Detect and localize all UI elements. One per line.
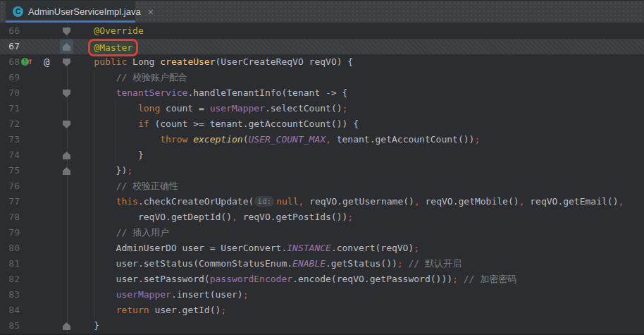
code-token: userMapper: [116, 289, 171, 300]
code-line[interactable]: 83 userMapper.insert(user);: [0, 287, 644, 303]
code-text[interactable]: public Long createUser(UserCreateReqVO r…: [72, 54, 353, 70]
fold-region-start-icon[interactable]: [63, 59, 70, 66]
code-line[interactable]: 77 this.checkCreateOrUpdate(id:null, req…: [0, 194, 644, 209]
code-token: ;: [414, 243, 419, 253]
code-text[interactable]: // 插入用户: [72, 225, 169, 240]
code-token: ;: [243, 289, 249, 300]
code-token: ;: [347, 212, 353, 222]
code-token: userMapper: [210, 103, 265, 114]
override-up-arrow-icon[interactable]: ↑: [27, 56, 33, 67]
code-line[interactable]: 79 // 插入用户: [0, 225, 644, 240]
code-token: reqVO.getUsername(): [304, 196, 414, 207]
editor-gutter: 75: [0, 163, 72, 178]
code-text[interactable]: });: [72, 163, 132, 178]
line-number: 75: [0, 163, 20, 178]
fold-region-end-icon[interactable]: [63, 322, 70, 330]
code-token: INSTANCE: [287, 243, 331, 253]
code-text[interactable]: // 校验正确性: [72, 178, 178, 194]
java-class-icon: C: [13, 6, 23, 17]
editor-gutter: 74: [0, 147, 72, 163]
code-token: reqVO.getEmail(): [524, 196, 618, 207]
tab-adminuserserviceimpl[interactable]: C AdminUserServiceImpl.java ×: [6, 1, 135, 23]
code-token: ,: [326, 134, 331, 145]
line-number: 72: [0, 116, 20, 132]
fold-region-end-icon[interactable]: [63, 152, 70, 159]
code-text[interactable]: @Master: [72, 39, 138, 54]
line-number: 79: [0, 225, 20, 240]
code-token: this: [116, 196, 138, 207]
code-token: [72, 134, 160, 145]
code-text[interactable]: userMapper.insert(user);: [72, 287, 248, 303]
line-number: 81: [0, 256, 20, 272]
code-token: Long: [127, 56, 160, 67]
code-text[interactable]: // 校验账户配合: [72, 70, 187, 85]
code-editor[interactable]: 66 @Override67 @Master68!↑@ public Long …: [0, 23, 644, 334]
fold-region-end-icon[interactable]: [63, 167, 70, 175]
editor-gutter: 69: [0, 70, 72, 85]
code-text[interactable]: }: [72, 318, 99, 334]
code-line[interactable]: 78 reqVO.getDeptId(), reqVO.getPostIds()…: [0, 209, 644, 225]
code-token: null: [276, 196, 298, 207]
code-text[interactable]: @Override: [72, 23, 144, 39]
code-line[interactable]: 85 }: [0, 318, 644, 334]
master-annotation-token: @Master: [94, 42, 132, 53]
code-token: [72, 118, 138, 129]
code-text[interactable]: tenantService.handleTenantInfo(tenant ->…: [72, 85, 347, 101]
code-text[interactable]: long count = userMapper.selectCount();: [72, 101, 347, 116]
code-token: [72, 56, 94, 67]
fold-region-start-icon[interactable]: [63, 121, 70, 128]
code-token: ,: [618, 196, 624, 207]
fold-region-start-icon[interactable]: [63, 90, 70, 97]
code-line[interactable]: 68!↑@ public Long createUser(UserCreateR…: [0, 54, 644, 70]
code-token: [72, 289, 116, 300]
code-text[interactable]: if (count >= tenant.getAccountCount()) {: [72, 116, 359, 132]
code-text[interactable]: }: [72, 147, 144, 163]
code-token: if: [138, 118, 149, 129]
code-token: user.getId(): [149, 305, 221, 315]
line-number: 73: [0, 132, 20, 147]
annotation-gutter-icon[interactable]: @: [44, 54, 49, 70]
line-number: 83: [0, 287, 20, 303]
code-line[interactable]: 71 long count = userMapper.selectCount()…: [0, 101, 644, 116]
code-token: [72, 103, 138, 114]
tab-close-icon[interactable]: ×: [148, 7, 154, 17]
code-token: .checkCreateOrUpdate(: [138, 196, 254, 207]
editor-tab-bar: C AdminUserServiceImpl.java ×: [0, 0, 644, 23]
code-token: // 校验账户配合: [116, 72, 187, 83]
line-number: 74: [0, 147, 20, 163]
code-line[interactable]: 69 // 校验账户配合: [0, 70, 644, 85]
code-line[interactable]: 75 });: [0, 163, 644, 178]
code-token: public: [94, 56, 127, 67]
code-line[interactable]: 67 @Master: [0, 39, 644, 54]
code-token: [458, 274, 464, 284]
code-line[interactable]: 66 @Override: [0, 23, 644, 39]
code-text[interactable]: return user.getId();: [72, 303, 226, 318]
code-token: createUser: [160, 56, 215, 67]
code-line[interactable]: 74 }: [0, 147, 644, 163]
code-text[interactable]: throw exception(USER_COUNT_MAX, tenant.g…: [72, 132, 480, 147]
editor-gutter: 72: [0, 116, 72, 132]
code-line[interactable]: 70 tenantService.handleTenantInfo(tenant…: [0, 85, 644, 101]
code-line[interactable]: 76 // 校验正确性: [0, 178, 644, 194]
code-line[interactable]: 82 user.setPassword(passwordEncoder.enco…: [0, 272, 644, 287]
code-text[interactable]: user.setPassword(passwordEncoder.encode(…: [72, 272, 516, 287]
code-line[interactable]: 73 throw exception(USER_COUNT_MAX, tenan…: [0, 132, 644, 147]
code-line[interactable]: 80 AdminUserDO user = UserConvert.INSTAN…: [0, 240, 644, 256]
fold-region-start-icon[interactable]: [63, 28, 70, 35]
code-token: .getStatus()): [326, 258, 397, 269]
line-number: 85: [0, 318, 20, 334]
code-line[interactable]: 84 return user.getId();: [0, 303, 644, 318]
code-token: }: [72, 320, 99, 331]
code-text[interactable]: this.checkCreateOrUpdate(id:null, reqVO.…: [72, 194, 624, 209]
editor-gutter: 68!↑@: [0, 54, 72, 70]
editor-gutter: 70: [0, 85, 72, 101]
line-number: 71: [0, 101, 20, 116]
code-text[interactable]: user.setStatus(CommonStatusEnum.ENABLE.g…: [72, 256, 462, 272]
code-line[interactable]: 72 if (count >= tenant.getAccountCount()…: [0, 116, 644, 132]
code-text[interactable]: AdminUserDO user = UserConvert.INSTANCE.…: [72, 240, 419, 256]
code-token: .convert(reqVO): [331, 243, 414, 253]
code-text[interactable]: reqVO.getDeptId(), reqVO.getPostIds());: [72, 209, 353, 225]
code-line[interactable]: 81 user.setStatus(CommonStatusEnum.ENABL…: [0, 256, 644, 272]
tab-label: AdminUserServiceImpl.java: [28, 6, 141, 17]
editor-gutter: 81: [0, 256, 72, 272]
